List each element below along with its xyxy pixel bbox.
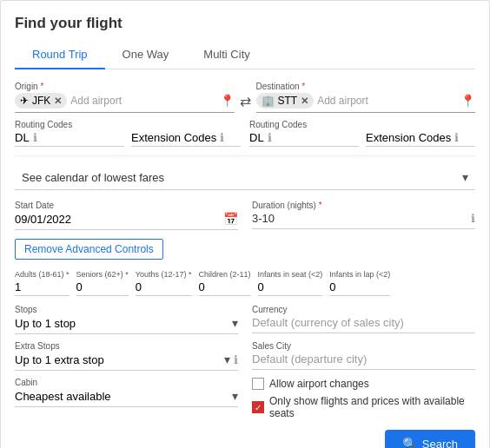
pax-adults-label: Adults (18-61) *: [15, 270, 70, 279]
page-title: Find your flight: [15, 15, 475, 32]
routing-left-ext-info-icon[interactable]: ℹ: [220, 131, 224, 144]
sales-city-label: Sales City: [252, 341, 475, 351]
tabs-row: Round Trip One Way Multi City: [15, 41, 475, 69]
stops-group: Stops Up to 1 stop ▾: [15, 305, 238, 334]
routing-right-ext-value[interactable]: Extension Codes ℹ: [366, 131, 475, 147]
routing-left-label: Routing Codes: [15, 120, 124, 129]
destination-add-airport[interactable]: Add airport: [317, 95, 457, 107]
origin-section: Origin * ✈ JFK ✕ Add airport 📍: [15, 82, 235, 113]
pax-youths-label: Youths (12-17) *: [136, 270, 192, 279]
search-button[interactable]: 🔍 Search: [385, 430, 475, 448]
sales-city-value[interactable]: Default (departure city): [252, 352, 475, 370]
start-date-calendar-icon[interactable]: 📅: [223, 212, 238, 226]
checkbox-area: Allow airport changes Only show flights …: [252, 378, 475, 419]
sales-city-group: Sales City Default (departure city): [252, 341, 475, 371]
cabin-label: Cabin: [15, 378, 238, 387]
tab-round-trip[interactable]: Round Trip: [15, 41, 105, 69]
extra-stops-chevron-icon: ▾: [224, 352, 230, 366]
destination-chip-label: STT: [278, 95, 298, 107]
destination-section: Destination * 🏢 STT ✕ Add airport 📍: [256, 82, 476, 113]
search-button-label: Search: [422, 438, 458, 449]
pax-infants-lap: Infants in lap (<2) 0: [329, 270, 390, 296]
destination-input-row[interactable]: 🏢 STT ✕ Add airport 📍: [256, 93, 476, 113]
routing-right-ext-info-icon[interactable]: ℹ: [454, 131, 459, 144]
pax-children-label: Children (2-11): [199, 270, 251, 279]
pax-adults: Adults (18-61) * 1: [15, 270, 70, 296]
calendar-dropdown[interactable]: See calendar of lowest fares ▾: [15, 165, 475, 190]
calendar-chevron-icon: ▾: [462, 170, 468, 184]
pax-infants-seat-label: Infants in seat (<2): [258, 270, 323, 279]
plane-icon: ✈: [20, 95, 29, 107]
pax-seniors-label: Seniors (62+) *: [76, 270, 129, 279]
checkbox-available-seats-label: Only show flights and prices with availa…: [269, 395, 475, 419]
checkbox-airport-changes-label: Allow airport changes: [269, 378, 369, 390]
extra-stops-info-icon[interactable]: ℹ: [234, 353, 238, 366]
origin-chip-label: JFK: [32, 95, 50, 107]
cabin-group: Cabin Cheapest available ▾: [15, 378, 238, 419]
routing-left-value[interactable]: DL ℹ: [15, 131, 124, 147]
origin-add-airport[interactable]: Add airport: [70, 95, 215, 107]
routing-right-label: Routing Codes: [249, 120, 359, 129]
pax-children-value[interactable]: 0: [199, 280, 251, 296]
routing-right-field: Routing Codes DL ℹ: [249, 120, 359, 147]
routing-right-ext-label: [366, 120, 475, 129]
pax-infants-seat: Infants in seat (<2) 0: [258, 270, 323, 296]
origin-dest-row: Origin * ✈ JFK ✕ Add airport 📍 ⇄ Destina…: [15, 82, 475, 113]
currency-value[interactable]: Default (currency of sales city): [252, 316, 475, 333]
start-date-value[interactable]: 09/01/2022 📅: [15, 212, 238, 230]
extra-stops-value[interactable]: Up to 1 extra stop ▾ ℹ: [15, 352, 238, 371]
origin-chip[interactable]: ✈ JFK ✕: [15, 93, 67, 109]
destination-chip-close[interactable]: ✕: [301, 96, 308, 107]
routing-left-info-icon[interactable]: ℹ: [33, 131, 37, 144]
destination-chip[interactable]: 🏢 STT ✕: [256, 93, 315, 109]
pax-adults-value[interactable]: 1: [15, 280, 70, 296]
checkbox-airport-changes[interactable]: [252, 378, 264, 390]
dates-row: Start Date 09/01/2022 📅 Duration (nights…: [15, 201, 475, 230]
stops-label: Stops: [15, 305, 238, 314]
duration-info-icon[interactable]: ℹ: [471, 212, 475, 225]
routing-right-group: Routing Codes DL ℹ Extension Codes ℹ: [249, 120, 475, 147]
currency-group: Currency Default (currency of sales city…: [252, 305, 475, 334]
stops-chevron-icon: ▾: [232, 316, 238, 330]
cabin-chevron-icon: ▾: [232, 389, 238, 403]
building-icon: 🏢: [262, 95, 275, 107]
origin-input-row[interactable]: ✈ JFK ✕ Add airport 📍: [15, 93, 235, 113]
pax-infants-lap-label: Infants in lap (<2): [329, 270, 390, 279]
swap-icon[interactable]: ⇄: [240, 93, 251, 113]
routing-right-value[interactable]: DL ℹ: [249, 131, 359, 147]
extra-stops-row: Extra Stops Up to 1 extra stop ▾ ℹ Sales…: [15, 341, 475, 371]
pax-children: Children (2-11) 0: [199, 270, 251, 296]
destination-pin-icon[interactable]: 📍: [460, 94, 475, 108]
tab-multi-city[interactable]: Multi City: [186, 41, 267, 69]
checkbox-available-seats[interactable]: [252, 401, 264, 413]
tab-one-way[interactable]: One Way: [105, 41, 187, 69]
routing-left-field: Routing Codes DL ℹ: [15, 120, 124, 147]
main-card: Find your flight Round Trip One Way Mult…: [0, 0, 490, 448]
search-icon: 🔍: [402, 437, 417, 448]
destination-label: Destination *: [256, 82, 476, 91]
routing-right-ext-field: Extension Codes ℹ: [366, 120, 475, 147]
duration-field: Duration (nights) * 3-10 ℹ: [252, 201, 475, 230]
stops-value[interactable]: Up to 1 stop ▾: [15, 316, 238, 334]
pax-seniors-value[interactable]: 0: [76, 280, 129, 296]
duration-value[interactable]: 3-10 ℹ: [252, 212, 475, 229]
origin-chip-close[interactable]: ✕: [54, 96, 62, 107]
pax-infants-lap-value[interactable]: 0: [329, 280, 390, 296]
start-date-field: Start Date 09/01/2022 📅: [15, 201, 238, 230]
start-date-label: Start Date: [15, 201, 238, 210]
bottom-row: 🔍 Search: [15, 430, 475, 448]
routing-left-ext-value[interactable]: Extension Codes ℹ: [131, 131, 241, 147]
origin-pin-icon[interactable]: 📍: [220, 94, 235, 108]
pax-infants-seat-value[interactable]: 0: [258, 280, 323, 296]
currency-label: Currency: [252, 305, 475, 314]
duration-label: Duration (nights) *: [252, 201, 475, 210]
pax-row: Adults (18-61) * 1 Seniors (62+) * 0 You…: [15, 270, 475, 296]
remove-advanced-btn[interactable]: Remove Advanced Controls: [15, 239, 163, 260]
pax-seniors: Seniors (62+) * 0: [76, 270, 129, 296]
cabin-value[interactable]: Cheapest available ▾: [15, 389, 238, 407]
pax-youths-value[interactable]: 0: [136, 280, 192, 296]
routing-left-ext-label: [131, 120, 241, 129]
stops-currency-row: Stops Up to 1 stop ▾ Currency Default (c…: [15, 305, 475, 334]
extra-stops-label: Extra Stops: [15, 341, 238, 351]
routing-right-info-icon[interactable]: ℹ: [268, 131, 272, 144]
